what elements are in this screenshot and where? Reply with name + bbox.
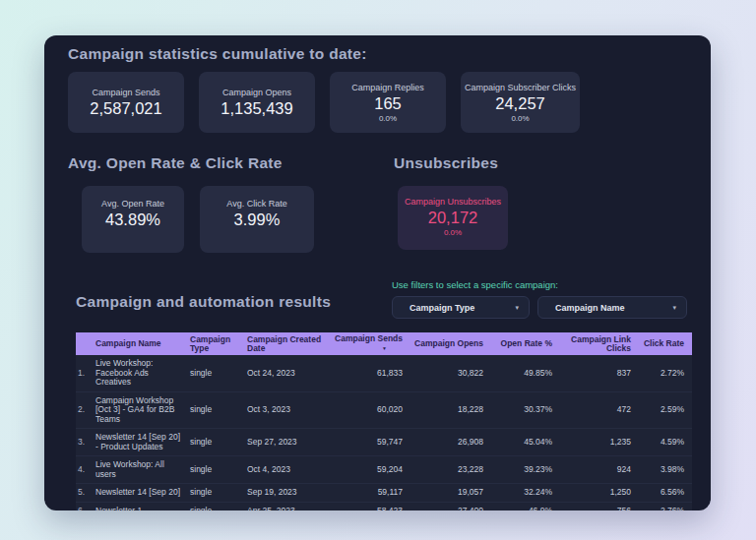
table-cell-sends: 59,204	[328, 461, 412, 479]
table-cell-created: Sep 27, 2023	[235, 434, 328, 451]
table-cell-name: Newsletter 14 [Sep 20]	[95, 484, 190, 502]
table-cell-click_rate: 2.72%	[641, 365, 692, 383]
stat-value: 3.99%	[234, 210, 281, 229]
stat-card-avg-click-rate: Avg. Click Rate 3.99%	[200, 186, 314, 253]
table-cell-num: 3.	[76, 434, 95, 451]
stat-label: Avg. Click Rate	[226, 199, 286, 209]
table-header-campaign-type[interactable]: Campaign Type	[190, 335, 235, 353]
table-cell-open_rate: 30.37%	[493, 401, 562, 419]
table-cell-name: Newsletter 1	[95, 503, 190, 511]
stat-card-campaign-sends: Campaign Sends 2,587,021	[68, 72, 184, 133]
stat-card-campaign-replies: Campaign Replies 165 0.0%	[330, 72, 446, 133]
table-cell-opens: 26,908	[412, 434, 493, 451]
table-row[interactable]: 1.Live Workshop: Facebook Ads Creativess…	[76, 355, 692, 392]
campaign-results-table: Campaign Name Campaign Type Campaign Cre…	[76, 332, 692, 510]
dropdown-label: Campaign Name	[555, 303, 625, 313]
table-cell-opens: 18,228	[412, 401, 493, 419]
table-header-link-clicks[interactable]: Campaign Link Clicks	[562, 335, 641, 353]
table-cell-num: 5.	[76, 484, 95, 502]
sort-desc-icon: ▼	[382, 344, 387, 353]
table-cell-opens: 23,228	[412, 461, 493, 479]
table-header-click-rate[interactable]: Click Rate	[641, 339, 692, 348]
table-cell-link_clicks: 837	[562, 365, 641, 383]
stat-label: Avg. Open Rate	[101, 199, 164, 209]
dashboard-card: Campaign statistics cumulative to date: …	[44, 35, 711, 510]
table-cell-link_clicks: 472	[562, 401, 641, 419]
table-cell-opens: 27,400	[412, 503, 493, 511]
table-cell-open_rate: 32.24%	[493, 484, 562, 502]
stat-value: 43.89%	[105, 210, 160, 229]
rates-section-title: Avg. Open Rate & Click Rate	[68, 154, 394, 172]
table-cell-created: Oct 4, 2023	[235, 461, 328, 479]
table-row[interactable]: 4.Live Workshop: All userssingleOct 4, 2…	[76, 456, 692, 484]
table-cell-click_rate: 6.56%	[641, 484, 692, 502]
stat-sub-percent: 0.0%	[379, 114, 397, 123]
table-header-label: Campaign Sends	[335, 334, 403, 343]
table-cell-click_rate: 2.76%	[641, 503, 692, 511]
table-cell-type: single	[190, 461, 235, 479]
table-cell-type: single	[190, 503, 235, 511]
table-cell-type: single	[190, 401, 235, 419]
table-row[interactable]: 3.Newsletter 14 [Sep 20] - Product Updat…	[76, 429, 692, 456]
stat-card-subscriber-clicks: Campaign Subscriber Clicks 24,257 0.0%	[461, 72, 580, 133]
campaign-type-dropdown[interactable]: Campaign Type ▾	[392, 296, 530, 319]
table-cell-open_rate: 46.9%	[493, 503, 562, 511]
table-cell-name: Newsletter 14 [Sep 20] - Product Updates	[95, 429, 190, 455]
stat-sub-percent: 0.0%	[511, 114, 529, 123]
table-cell-click_rate: 4.59%	[641, 434, 692, 451]
table-cell-click_rate: 2.59%	[641, 401, 692, 419]
stat-value: 20,172	[428, 209, 477, 227]
stats-section-title: Campaign statistics cumulative to date:	[68, 45, 687, 63]
table-header-open-rate[interactable]: Open Rate %	[493, 339, 562, 348]
table-cell-sends: 61,833	[328, 365, 412, 383]
stat-label: Campaign Opens	[222, 88, 291, 97]
table-header-campaign-sends[interactable]: Campaign Sends ▼	[328, 334, 412, 353]
stat-card-avg-open-rate: Avg. Open Rate 43.89%	[82, 186, 184, 253]
table-header-campaign-opens[interactable]: Campaign Opens	[412, 339, 493, 348]
table-header-row[interactable]: Campaign Name Campaign Type Campaign Cre…	[76, 332, 692, 355]
dropdown-label: Campaign Type	[410, 303, 474, 313]
table-row[interactable]: 2.Campaign Workshop [Oct 3] - GA4 for B2…	[76, 392, 692, 430]
table-cell-link_clicks: 756	[562, 503, 641, 511]
table-cell-sends: 58,423	[328, 503, 412, 511]
table-header-created-date[interactable]: Campaign Created Date	[235, 335, 328, 353]
stat-value: 2,587,021	[90, 99, 161, 118]
table-cell-name: Campaign Workshop [Oct 3] - GA4 for B2B …	[95, 392, 190, 429]
table-cell-link_clicks: 924	[562, 461, 641, 479]
table-header-campaign-name[interactable]: Campaign Name	[95, 339, 190, 348]
table-row[interactable]: 5.Newsletter 14 [Sep 20]singleSep 19, 20…	[76, 484, 692, 503]
table-row[interactable]: 6.Newsletter 1singleApr 25, 202358,42327…	[76, 503, 692, 511]
stat-label: Campaign Replies	[351, 83, 424, 92]
campaign-name-dropdown[interactable]: Campaign Name ▾	[537, 296, 687, 319]
table-cell-open_rate: 45.04%	[493, 434, 562, 451]
stat-sub-percent: 0.0%	[444, 228, 462, 237]
table-cell-num: 6.	[76, 503, 95, 511]
filter-hint-text: Use filters to select a specific campaig…	[392, 279, 687, 290]
table-body: 1.Live Workshop: Facebook Ads Creativess…	[76, 355, 692, 510]
chevron-down-icon: ▾	[672, 304, 676, 312]
table-cell-name: Live Workshop: All users	[95, 456, 190, 483]
table-cell-created: Sep 19, 2023	[235, 484, 328, 502]
table-cell-num: 2.	[76, 401, 95, 419]
table-cell-open_rate: 49.85%	[493, 365, 562, 383]
stat-label: Campaign Unsubscribes	[405, 197, 501, 207]
table-cell-sends: 59,747	[328, 434, 412, 451]
table-cell-name: Live Workshop: Facebook Ads Creatives	[95, 355, 190, 391]
table-cell-num: 1.	[76, 365, 95, 383]
table-cell-created: Oct 24, 2023	[235, 365, 328, 383]
stat-label: Campaign Subscriber Clicks	[465, 83, 576, 92]
stat-card-campaign-unsubscribes: Campaign Unsubscribes 20,172 0.0%	[398, 186, 508, 250]
table-cell-opens: 30,822	[412, 365, 493, 383]
stat-card-campaign-opens: Campaign Opens 1,135,439	[199, 72, 315, 133]
table-cell-link_clicks: 1,250	[562, 484, 641, 502]
table-cell-sends: 59,117	[328, 484, 412, 502]
stat-value: 1,135,439	[220, 99, 292, 118]
results-section-title: Campaign and automation results	[76, 287, 392, 311]
stat-value: 24,257	[495, 94, 544, 113]
chevron-down-icon: ▾	[515, 304, 519, 312]
table-cell-num: 4.	[76, 461, 95, 479]
table-cell-created: Oct 3, 2023	[235, 401, 328, 419]
unsubscribes-section-title: Unsubscribes	[394, 154, 508, 172]
stats-card-row: Campaign Sends 2,587,021 Campaign Opens …	[68, 72, 687, 133]
stat-label: Campaign Sends	[92, 88, 159, 97]
